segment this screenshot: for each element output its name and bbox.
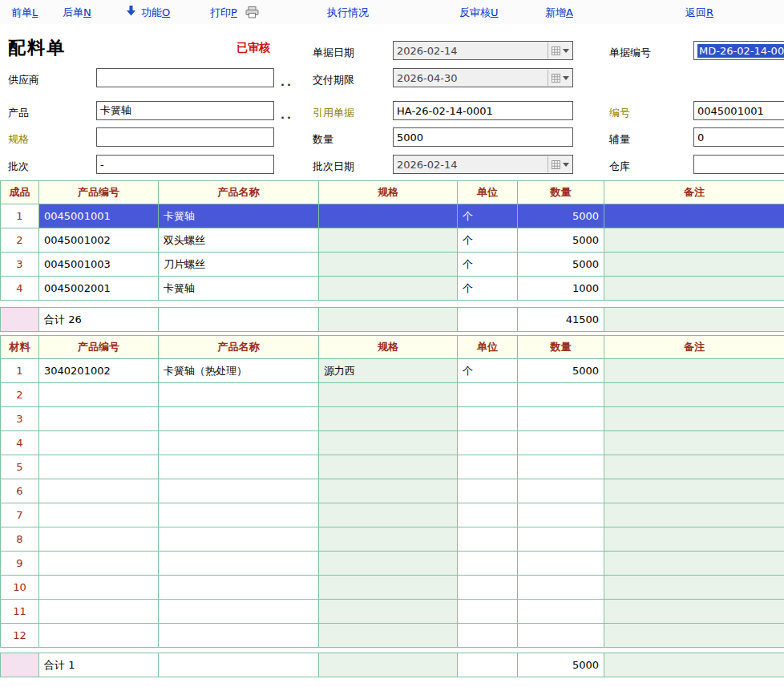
cell-product-code[interactable] xyxy=(39,455,159,479)
cell-product-code[interactable]: 0045001002 xyxy=(39,228,159,253)
batch-input[interactable]: - xyxy=(96,155,274,174)
cell-product-name[interactable] xyxy=(159,527,319,552)
row-number[interactable]: 4 xyxy=(1,431,39,455)
cell-spec[interactable] xyxy=(319,383,458,407)
row-number[interactable]: 12 xyxy=(1,624,39,648)
cell-product-code[interactable] xyxy=(39,576,159,600)
cell-unit[interactable] xyxy=(458,383,518,407)
cell-note[interactable] xyxy=(604,228,784,253)
cell-product-code[interactable]: 3040201002 xyxy=(39,359,159,383)
cell-qty[interactable] xyxy=(518,576,604,600)
toolbar-add-new-button[interactable]: 新增A xyxy=(545,6,573,20)
cell-qty[interactable]: 5000 xyxy=(518,359,604,383)
cell-note[interactable] xyxy=(604,204,784,228)
cell-qty[interactable] xyxy=(518,455,604,479)
cell-product-code[interactable]: 0045001001 xyxy=(39,204,159,228)
cell-spec[interactable] xyxy=(319,455,458,479)
cell-unit[interactable]: 个 xyxy=(458,277,518,301)
aux-qty-field[interactable]: 0 xyxy=(693,127,784,147)
cell-unit[interactable]: 个 xyxy=(458,253,518,277)
cell-unit[interactable]: 个 xyxy=(458,228,518,253)
cell-qty[interactable]: 5000 xyxy=(518,228,604,253)
supplier-browse-button[interactable]: .. xyxy=(281,76,293,88)
cell-spec[interactable] xyxy=(319,479,458,503)
toolbar-unaudit-button[interactable]: 反审核U xyxy=(459,6,499,20)
cell-note[interactable] xyxy=(604,277,784,301)
cell-product-code[interactable] xyxy=(39,624,159,648)
cell-product-name[interactable] xyxy=(159,407,319,431)
cell-spec[interactable] xyxy=(319,407,458,431)
cell-unit[interactable] xyxy=(458,455,518,479)
materials-table-row[interactable]: 11 xyxy=(1,600,784,624)
cell-unit[interactable]: 个 xyxy=(458,359,518,383)
cell-product-code[interactable] xyxy=(39,383,159,407)
cell-qty[interactable] xyxy=(518,552,604,576)
row-number[interactable]: 9 xyxy=(1,552,39,576)
row-number[interactable]: 2 xyxy=(1,383,39,407)
cell-note[interactable] xyxy=(604,600,784,624)
cell-product-name[interactable]: 卡簧轴 xyxy=(159,277,319,301)
ref-doc-field[interactable]: HA-26-02-14-0001 xyxy=(393,101,573,120)
materials-table-row[interactable]: 5 xyxy=(1,455,784,479)
materials-table-row[interactable]: 7 xyxy=(1,503,784,527)
toolbar-return-button[interactable]: 返回R xyxy=(685,6,713,20)
cell-unit[interactable] xyxy=(458,576,518,600)
materials-table-row[interactable]: 2 xyxy=(1,383,784,407)
cell-qty[interactable]: 5000 xyxy=(518,253,604,277)
cell-product-code[interactable] xyxy=(39,479,159,503)
materials-table-row[interactable]: 6 xyxy=(1,479,784,503)
cell-qty[interactable] xyxy=(518,407,604,431)
toolbar-functions-button[interactable]: 功能O xyxy=(141,6,170,20)
cell-product-code[interactable] xyxy=(39,527,159,552)
cell-qty[interactable] xyxy=(518,503,604,527)
spec-input[interactable] xyxy=(96,127,274,147)
batch-date-field[interactable]: 2026-02-14 xyxy=(393,155,573,174)
products-table-row[interactable]: 40045002001卡簧轴个1000 xyxy=(1,277,784,301)
cell-spec[interactable] xyxy=(319,228,458,253)
cell-unit[interactable] xyxy=(458,552,518,576)
delivery-date-field[interactable]: 2026-04-30 xyxy=(393,68,573,87)
cell-product-name[interactable]: 卡簧轴 xyxy=(159,204,319,228)
cell-spec[interactable] xyxy=(319,277,458,301)
cell-spec[interactable] xyxy=(319,576,458,600)
cell-product-code[interactable]: 0045002001 xyxy=(39,277,159,301)
cell-product-name[interactable]: 双头螺丝 xyxy=(159,228,319,253)
cell-unit[interactable] xyxy=(458,431,518,455)
code-field[interactable]: 0045001001 xyxy=(693,101,784,120)
row-number[interactable]: 5 xyxy=(1,455,39,479)
cell-qty[interactable] xyxy=(518,383,604,407)
toolbar-prev-doc-button[interactable]: 前单L xyxy=(11,6,38,20)
cell-note[interactable] xyxy=(604,624,784,648)
cell-product-name[interactable] xyxy=(159,503,319,527)
products-table-row[interactable]: 10045001001卡簧轴个5000 xyxy=(1,204,784,228)
cell-note[interactable] xyxy=(604,552,784,576)
cell-unit[interactable] xyxy=(458,407,518,431)
doc-date-field[interactable]: 2026-02-14 xyxy=(393,41,573,60)
cell-note[interactable] xyxy=(604,479,784,503)
cell-product-name[interactable] xyxy=(159,383,319,407)
cell-note[interactable] xyxy=(604,431,784,455)
cell-product-code[interactable] xyxy=(39,431,159,455)
row-number[interactable]: 1 xyxy=(1,204,39,228)
row-number[interactable]: 1 xyxy=(1,359,39,383)
cell-qty[interactable] xyxy=(518,600,604,624)
cell-note[interactable] xyxy=(604,503,784,527)
cell-product-name[interactable] xyxy=(159,552,319,576)
materials-table-row[interactable]: 13040201002卡簧轴（热处理）源力西个5000 xyxy=(1,359,784,383)
cell-spec[interactable] xyxy=(319,527,458,552)
row-number[interactable]: 7 xyxy=(1,503,39,527)
toolbar-execution-status-button[interactable]: 执行情况 xyxy=(327,6,369,20)
cell-unit[interactable] xyxy=(458,527,518,552)
toolbar-next-doc-button[interactable]: 后单N xyxy=(63,6,91,20)
cell-spec[interactable] xyxy=(319,552,458,576)
cell-note[interactable] xyxy=(604,527,784,552)
row-number[interactable]: 2 xyxy=(1,228,39,253)
cell-qty[interactable]: 5000 xyxy=(518,204,604,228)
materials-table-row[interactable]: 9 xyxy=(1,552,784,576)
cell-product-name[interactable] xyxy=(159,600,319,624)
row-number[interactable]: 6 xyxy=(1,479,39,503)
printer-icon[interactable] xyxy=(245,6,259,21)
cell-spec[interactable] xyxy=(319,253,458,277)
cell-product-name[interactable] xyxy=(159,455,319,479)
cell-unit[interactable]: 个 xyxy=(458,204,518,228)
